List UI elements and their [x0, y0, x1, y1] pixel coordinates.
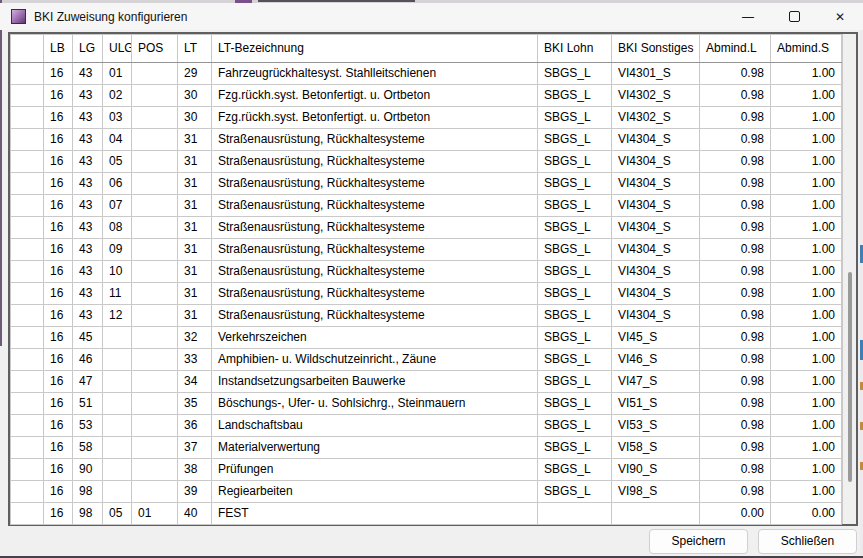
cell-pos[interactable] — [132, 371, 178, 393]
cell-abmind-l[interactable]: 0.98 — [700, 393, 771, 415]
cell-ulg[interactable] — [103, 371, 132, 393]
save-button[interactable]: Speichern — [649, 529, 748, 554]
cell-pos[interactable] — [132, 129, 178, 151]
row-selector[interactable] — [11, 173, 44, 195]
cell-abmind-s[interactable]: 1.00 — [771, 261, 842, 283]
cell-lt[interactable]: 31 — [178, 195, 212, 217]
cell-lt[interactable]: 37 — [178, 437, 212, 459]
cell-bki-lohn[interactable]: SBGS_L — [538, 415, 612, 437]
cell-bki-sonstiges[interactable]: VI4304_S — [612, 173, 700, 195]
cell-pos[interactable] — [132, 393, 178, 415]
cell-lb[interactable]: 16 — [44, 393, 73, 415]
cell-ulg[interactable]: 02 — [103, 85, 132, 107]
cell-abmind-s[interactable]: 1.00 — [771, 437, 842, 459]
maximize-button[interactable] — [771, 3, 817, 30]
cell-abmind-s[interactable]: 1.00 — [771, 415, 842, 437]
cell-pos[interactable] — [132, 327, 178, 349]
cell-abmind-l[interactable]: 0.98 — [700, 459, 771, 481]
cell-bki-sonstiges[interactable]: VI51_S — [612, 393, 700, 415]
column-header-bki-sonstiges[interactable]: BKI Sonstiges — [612, 35, 700, 63]
cell-abmind-s[interactable]: 1.00 — [771, 371, 842, 393]
cell-bki-lohn[interactable]: SBGS_L — [538, 151, 612, 173]
cell-ulg[interactable]: 06 — [103, 173, 132, 195]
cell-lg[interactable]: 43 — [73, 129, 103, 151]
cell-pos[interactable] — [132, 437, 178, 459]
cell-bki-lohn[interactable] — [538, 503, 612, 525]
cell-lt[interactable]: 29 — [178, 63, 212, 85]
cell-abmind-l[interactable]: 0.98 — [700, 217, 771, 239]
cell-bki-lohn[interactable]: SBGS_L — [538, 173, 612, 195]
cell-lb[interactable]: 16 — [44, 239, 73, 261]
cell-abmind-l[interactable]: 0.98 — [700, 129, 771, 151]
column-header-bki-lohn[interactable]: BKI Lohn — [538, 35, 612, 63]
cell-lt-bezeichnung[interactable]: Straßenausrüstung, Rückhaltesysteme — [212, 151, 538, 173]
column-header-lt-bezeichnung[interactable]: LT-Bezeichnung — [212, 35, 538, 63]
minimize-button[interactable]: — — [725, 3, 771, 30]
cell-abmind-s[interactable]: 1.00 — [771, 107, 842, 129]
cell-lt[interactable]: 31 — [178, 305, 212, 327]
cell-bki-lohn[interactable]: SBGS_L — [538, 393, 612, 415]
cell-bki-sonstiges[interactable]: VI4304_S — [612, 261, 700, 283]
cell-lt[interactable]: 31 — [178, 217, 212, 239]
cell-lt-bezeichnung[interactable]: Fahrzeugrückhaltesyst. Stahlleitschienen — [212, 63, 538, 85]
cell-lt-bezeichnung[interactable]: Verkehrszeichen — [212, 327, 538, 349]
cell-bki-lohn[interactable]: SBGS_L — [538, 305, 612, 327]
cell-bki-lohn[interactable]: SBGS_L — [538, 195, 612, 217]
cell-abmind-s[interactable]: 1.00 — [771, 85, 842, 107]
cell-lt[interactable]: 31 — [178, 283, 212, 305]
cell-lb[interactable]: 16 — [44, 459, 73, 481]
cell-lt-bezeichnung[interactable]: Straßenausrüstung, Rückhaltesysteme — [212, 129, 538, 151]
cell-lg[interactable]: 98 — [73, 481, 103, 503]
cell-abmind-s[interactable]: 1.00 — [771, 63, 842, 85]
row-selector-header[interactable] — [11, 35, 44, 63]
cell-abmind-s[interactable]: 1.00 — [771, 305, 842, 327]
cell-ulg[interactable] — [103, 327, 132, 349]
cell-ulg[interactable]: 12 — [103, 305, 132, 327]
vertical-scrollbar[interactable] — [842, 34, 856, 524]
cell-lg[interactable]: 43 — [73, 239, 103, 261]
cell-abmind-s[interactable]: 1.00 — [771, 195, 842, 217]
cell-lg[interactable]: 43 — [73, 107, 103, 129]
cell-pos[interactable] — [132, 415, 178, 437]
cell-lt-bezeichnung[interactable]: Straßenausrüstung, Rückhaltesysteme — [212, 283, 538, 305]
cell-lt-bezeichnung[interactable]: Straßenausrüstung, Rückhaltesysteme — [212, 239, 538, 261]
cell-bki-sonstiges[interactable]: VI98_S — [612, 481, 700, 503]
cell-lg[interactable]: 51 — [73, 393, 103, 415]
cell-lt[interactable]: 31 — [178, 129, 212, 151]
row-selector[interactable] — [11, 63, 44, 85]
cell-lt[interactable]: 30 — [178, 107, 212, 129]
cell-bki-lohn[interactable]: SBGS_L — [538, 239, 612, 261]
cell-lt[interactable]: 40 — [178, 503, 212, 525]
cell-lb[interactable]: 16 — [44, 151, 73, 173]
cell-bki-sonstiges[interactable]: VI4301_S — [612, 63, 700, 85]
cell-pos[interactable] — [132, 63, 178, 85]
cell-ulg[interactable]: 01 — [103, 63, 132, 85]
cell-bki-lohn[interactable]: SBGS_L — [538, 107, 612, 129]
cell-lb[interactable]: 16 — [44, 283, 73, 305]
row-selector[interactable] — [11, 393, 44, 415]
cell-ulg[interactable]: 08 — [103, 217, 132, 239]
cell-lt[interactable]: 31 — [178, 261, 212, 283]
cell-abmind-l[interactable]: 0.98 — [700, 107, 771, 129]
cell-ulg[interactable]: 09 — [103, 239, 132, 261]
cell-pos[interactable] — [132, 217, 178, 239]
cell-lb[interactable]: 16 — [44, 261, 73, 283]
cell-lb[interactable]: 16 — [44, 173, 73, 195]
cell-lt[interactable]: 30 — [178, 85, 212, 107]
row-selector[interactable] — [11, 283, 44, 305]
cell-abmind-s[interactable]: 1.00 — [771, 349, 842, 371]
column-header-abmind-l[interactable]: Abmind.L — [700, 35, 771, 63]
cell-ulg[interactable]: 05 — [103, 151, 132, 173]
cell-ulg[interactable] — [103, 393, 132, 415]
close-button[interactable]: ✕ — [817, 3, 863, 30]
cell-abmind-l[interactable]: 0.98 — [700, 481, 771, 503]
cell-abmind-s[interactable]: 1.00 — [771, 393, 842, 415]
cell-bki-sonstiges[interactable] — [612, 503, 700, 525]
cell-pos[interactable] — [132, 349, 178, 371]
cell-lg[interactable]: 46 — [73, 349, 103, 371]
cell-bki-lohn[interactable]: SBGS_L — [538, 261, 612, 283]
cell-bki-sonstiges[interactable]: VI46_S — [612, 349, 700, 371]
cell-pos[interactable] — [132, 107, 178, 129]
cell-abmind-s[interactable]: 1.00 — [771, 481, 842, 503]
cell-lb[interactable]: 16 — [44, 63, 73, 85]
